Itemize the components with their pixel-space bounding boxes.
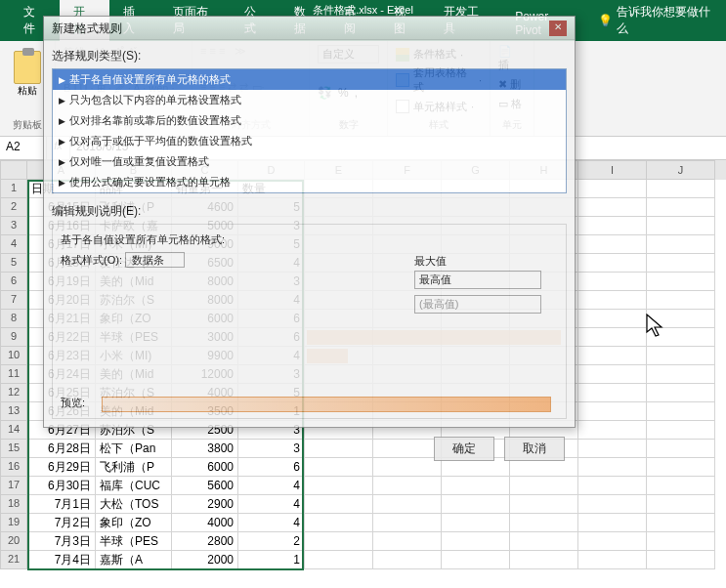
row-hdr[interactable]: 6 xyxy=(0,273,27,291)
row-hdr[interactable]: 13 xyxy=(0,402,27,421)
name-box[interactable]: A2 xyxy=(0,137,47,159)
cancel-button[interactable]: 取消 xyxy=(504,437,565,461)
cell[interactable]: 7月1日 xyxy=(27,495,96,514)
rule-item[interactable]: ▶仅对排名靠前或靠后的数值设置格式 xyxy=(53,110,566,131)
cell[interactable]: 2 xyxy=(238,532,305,551)
row-hdr[interactable]: 20 xyxy=(0,532,27,551)
cell[interactable]: 5600 xyxy=(172,477,238,495)
max-value-input[interactable]: (最高值) xyxy=(414,295,541,314)
cell[interactable]: 嘉斯（A xyxy=(96,551,172,569)
row-hdr[interactable]: 3 xyxy=(0,217,27,235)
max-type-select[interactable]: 最高值 xyxy=(414,271,541,289)
row-hdr[interactable]: 5 xyxy=(0,254,27,273)
cell[interactable]: 7月2日 xyxy=(27,514,96,532)
cell[interactable]: 2000 xyxy=(172,551,238,569)
tell-me[interactable]: 💡 告诉我你想要做什么 xyxy=(588,0,726,41)
row-hdr[interactable]: 7 xyxy=(0,291,27,310)
cell[interactable]: 7月4日 xyxy=(27,551,96,569)
format-style-select[interactable]: 数据条 xyxy=(125,252,185,268)
row-hdr[interactable]: 19 xyxy=(0,514,27,532)
col-hdr[interactable]: I xyxy=(578,160,647,180)
new-rule-dialog[interactable]: 新建格式规则 ✕ 选择规则类型(S): ▶基于各自值设置所有单元格的格式 ▶只为… xyxy=(43,16,576,428)
cell[interactable]: 4000 xyxy=(172,514,238,532)
rule-edit-panel: 基于各自值设置所有单元格的格式: 格式样式(O): 数据条 最大值 最高值 (最… xyxy=(52,224,567,419)
row-hdr[interactable]: 15 xyxy=(0,440,27,458)
bulb-icon: 💡 xyxy=(598,14,613,27)
row-hdr[interactable]: 10 xyxy=(0,347,27,365)
clipboard-label: 剪贴板 xyxy=(8,118,47,132)
row-hdr[interactable]: 1 xyxy=(0,180,27,198)
row-hdr[interactable]: 2 xyxy=(0,198,27,217)
cell[interactable]: 6月30日 xyxy=(27,477,96,495)
preview-bar xyxy=(102,397,551,412)
rule-item[interactable]: ▶基于各自值设置所有单元格的格式 xyxy=(53,69,566,90)
rule-item[interactable]: ▶仅对高于或低于平均值的数值设置格式 xyxy=(53,131,566,151)
cell[interactable]: 7月3日 xyxy=(27,532,96,551)
row-hdr[interactable]: 14 xyxy=(0,421,27,440)
preview-label: 预览: xyxy=(61,396,85,410)
row-hdr[interactable]: 16 xyxy=(0,458,27,477)
rule-type-list[interactable]: ▶基于各自值设置所有单元格的格式 ▶只为包含以下内容的单元格设置格式 ▶仅对排名… xyxy=(52,68,567,193)
close-icon[interactable]: ✕ xyxy=(549,21,567,36)
select-all-corner[interactable] xyxy=(0,160,27,180)
rule-item[interactable]: ▶仅对唯一值或重复值设置格式 xyxy=(53,151,566,172)
clipboard-icon xyxy=(14,51,41,84)
dialog-body: 选择规则类型(S): ▶基于各自值设置所有单元格的格式 ▶只为包含以下内容的单元… xyxy=(44,40,575,427)
row-hdr[interactable]: 11 xyxy=(0,365,27,384)
row-hdr[interactable]: 12 xyxy=(0,384,27,402)
paste-button[interactable]: 粘贴 xyxy=(8,45,47,104)
cell[interactable]: 4 xyxy=(238,495,305,514)
ok-button[interactable]: 确定 xyxy=(434,437,494,461)
row-hdr[interactable]: 8 xyxy=(0,310,27,328)
cell[interactable]: 4 xyxy=(238,477,305,495)
cell[interactable]: 2800 xyxy=(172,532,238,551)
cell[interactable]: 福库（CUC xyxy=(96,477,172,495)
rule-type-label: 选择规则类型(S): xyxy=(52,48,567,64)
dialog-titlebar[interactable]: 新建格式规则 ✕ xyxy=(44,17,575,40)
rule-item[interactable]: ▶使用公式确定要设置格式的单元格 xyxy=(53,172,566,192)
cell[interactable]: 半球（PES xyxy=(96,532,172,551)
row-hdr[interactable]: 21 xyxy=(0,551,27,569)
edit-rule-label: 编辑规则说明(E): xyxy=(52,203,567,220)
row-hdr[interactable]: 18 xyxy=(0,495,27,514)
max-section: 最大值 最高值 (最高值) xyxy=(414,254,541,314)
cell[interactable]: 大松（TOS xyxy=(96,495,172,514)
cell[interactable]: 象印（ZO xyxy=(96,514,172,532)
dialog-buttons: 确定 取消 xyxy=(44,427,575,471)
cell[interactable]: 4 xyxy=(238,514,305,532)
row-hdr[interactable]: 17 xyxy=(0,477,27,495)
cell[interactable]: 1 xyxy=(238,551,305,569)
row-hdr[interactable]: 4 xyxy=(0,235,27,254)
row-hdr[interactable]: 9 xyxy=(0,328,27,347)
cell[interactable]: 2900 xyxy=(172,495,238,514)
rule-item[interactable]: ▶只为包含以下内容的单元格设置格式 xyxy=(53,90,566,110)
col-hdr[interactable]: J xyxy=(647,160,715,180)
